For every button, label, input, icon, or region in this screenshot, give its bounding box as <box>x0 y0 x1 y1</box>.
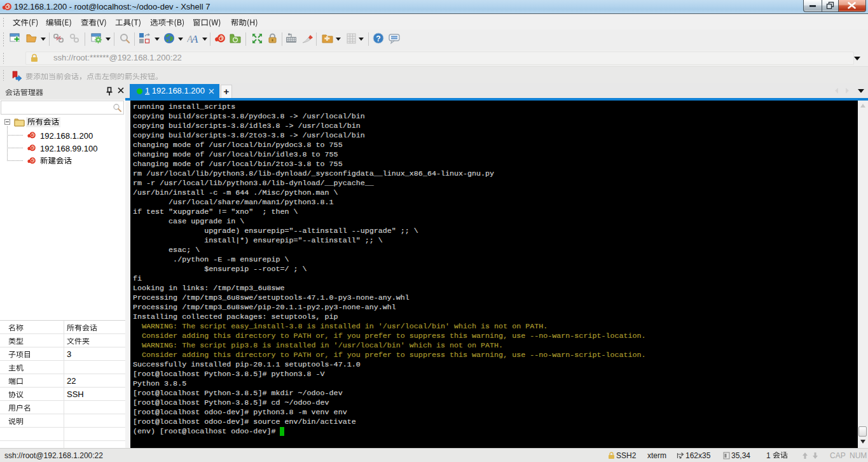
svg-text:?: ? <box>376 34 380 43</box>
svg-text:A: A <box>191 33 198 45</box>
